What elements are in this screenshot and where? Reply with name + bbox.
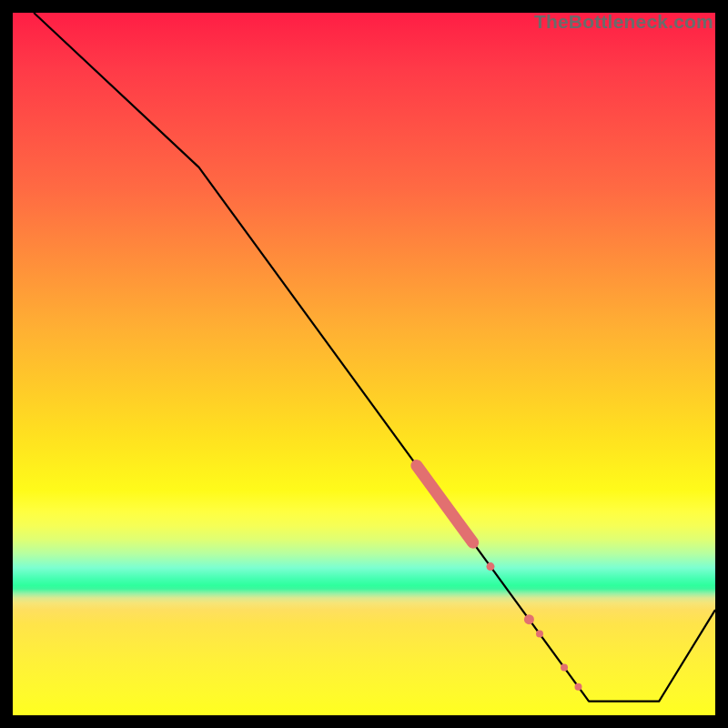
chart-main-line (34, 13, 715, 702)
chart-frame: TheBottleneck.com (13, 13, 715, 715)
chart-highlight-segment (417, 466, 473, 543)
chart-overlay (13, 13, 715, 715)
chart-highlight-dot (561, 664, 568, 672)
chart-highlight-dot (524, 614, 534, 624)
chart-highlight-dot (536, 631, 543, 638)
chart-highlight-dot (486, 562, 494, 571)
chart-highlight-dot (574, 683, 581, 691)
